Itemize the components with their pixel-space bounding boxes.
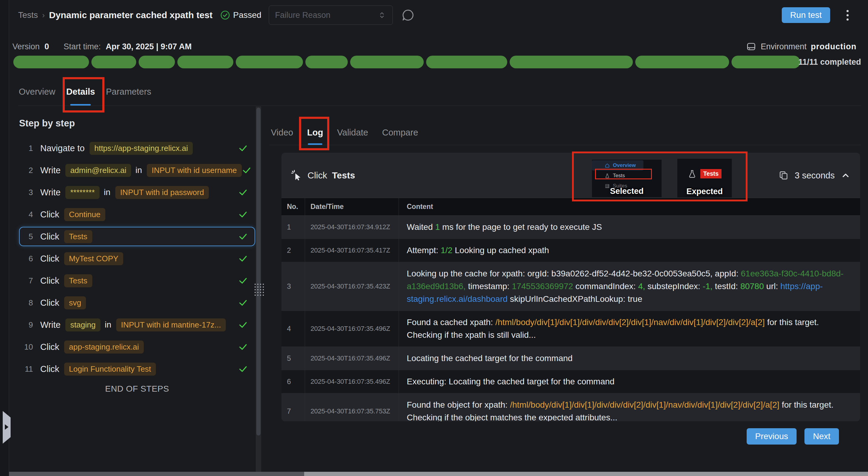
step-check-icon (242, 165, 251, 175)
comment-icon (401, 8, 415, 22)
failure-reason-select[interactable]: Failure Reason (269, 5, 393, 25)
start-time-value: Apr 30, 2025 | 9:07 AM (105, 42, 192, 52)
step-check-icon (238, 298, 248, 308)
step-target-chip: INPUT with id password (115, 186, 209, 199)
step-number: 2 (23, 166, 33, 175)
log-row-timestamp: 2025-04-30T16:07:35.496Z (305, 311, 399, 347)
log-row-6: 62025-04-30T16:07:35.496ZExecuting: Loca… (281, 370, 860, 394)
log-row-5: 52025-04-30T16:07:35.496ZLocating the ca… (281, 347, 860, 370)
log-row-text: Executing: Locating the cached target fo… (407, 375, 614, 388)
progress-segments (13, 56, 800, 68)
step-row-9[interactable]: 9WritestaginginINPUT with id mantine-17z… (19, 315, 255, 335)
step-connector: in (135, 165, 142, 175)
progress-segment-11 (732, 56, 800, 68)
step-check-icon (238, 320, 248, 330)
tab-validate[interactable]: Validate (337, 121, 369, 145)
annotation-box-log-tab (299, 117, 329, 150)
step-row-8[interactable]: 8Clicksvg (19, 293, 255, 312)
horizontal-scrollbar-thumb[interactable] (9, 472, 304, 476)
log-panel-tab-divider (269, 145, 861, 145)
log-row-content: Locating the cached target for the comma… (399, 347, 860, 370)
step-status (238, 298, 248, 308)
step-row-10[interactable]: 10Clickapp-staging.relicx.ai (19, 337, 255, 356)
page-title: Dynamic parameter cached xpath test (49, 10, 213, 20)
step-status (238, 210, 248, 219)
step-row-6[interactable]: 6ClickMyTest COPY (19, 249, 255, 268)
copy-log-button[interactable] (778, 170, 789, 180)
panel-resize-handle-icon[interactable] (254, 284, 264, 296)
log-table-body: 12025-04-30T16:07:34.912ZWaited 1 ms for… (281, 216, 860, 421)
log-row-number: 2 (281, 239, 305, 262)
step-check-icon (238, 364, 248, 374)
start-time-label: Start time: (64, 42, 101, 52)
step-check-icon (238, 232, 248, 241)
expand-sidebar-handle[interactable] (3, 411, 10, 444)
copy-icon (778, 170, 789, 180)
duration-cluster: 3 seconds (778, 153, 850, 198)
step-number: 1 (23, 144, 33, 153)
log-row-content: Attempt: 1/2 Looking up cached xpath (399, 239, 860, 262)
step-value-chip: admin@relicx.ai (65, 164, 131, 177)
log-row-number: 3 (281, 262, 305, 311)
log-row-timestamp: 2025-04-30T16:07:35.753Z (305, 394, 399, 421)
topbar-actions: Run test (782, 0, 850, 30)
step-row-7[interactable]: 7ClickTests (19, 271, 255, 290)
step-status (238, 342, 248, 352)
log-row-timestamp: 2025-04-30T16:07:35.423Z (305, 262, 399, 311)
progress-segment-4 (177, 56, 234, 68)
run-test-button[interactable]: Run test (782, 7, 830, 23)
tab-overview[interactable]: Overview (18, 78, 56, 106)
log-row-timestamp: 2025-04-30T16:07:35.496Z (305, 370, 399, 393)
tab-compare[interactable]: Compare (381, 121, 418, 145)
log-row-text: Attempt: 1/2 Looking up cached xpath (407, 244, 549, 257)
step-action: Click (40, 342, 59, 352)
step-number: 10 (23, 342, 33, 352)
step-value-chip: ******** (65, 186, 100, 199)
step-row-11[interactable]: 11ClickLogin Functionality Test (19, 359, 255, 379)
step-status (238, 254, 248, 263)
kebab-menu-icon[interactable] (845, 8, 850, 22)
log-row-3: 32025-04-30T16:07:35.423ZLooking up the … (281, 262, 860, 311)
end-of-steps-label: END OF STEPS (19, 384, 255, 394)
step-status (238, 232, 248, 241)
step-target-chip: INPUT with id username (147, 164, 242, 177)
progress-segment-5 (236, 56, 303, 68)
log-row-2: 22025-04-30T16:07:35.417ZAttempt: 1/2 Lo… (281, 239, 860, 262)
step-status (238, 276, 248, 285)
log-row-number: 5 (281, 347, 305, 370)
comment-button[interactable] (401, 8, 415, 22)
step-row-5[interactable]: 5ClickTests (19, 227, 255, 246)
step-check-icon (238, 276, 248, 285)
log-row-timestamp: 2025-04-30T16:07:35.496Z (305, 347, 399, 370)
progress-caption: 11/11 completed (798, 58, 861, 67)
step-connector: in (104, 188, 111, 197)
step-check-icon (238, 254, 248, 263)
steps-scrollbar-thumb[interactable] (256, 108, 260, 436)
horizontal-scrollbar[interactable] (9, 472, 868, 476)
previous-button[interactable]: Previous (747, 428, 797, 445)
step-action: Write (40, 165, 61, 175)
breadcrumb-tests[interactable]: Tests (18, 10, 38, 20)
step-check-icon (238, 210, 248, 219)
step-row-2[interactable]: 2Writeadmin@relicx.aiinINPUT with id use… (19, 161, 255, 180)
progress-segment-6 (305, 56, 348, 68)
step-row-1[interactable]: 1Navigate tohttps://app-staging.relicx.a… (19, 138, 255, 158)
step-target-chip: MyTest COPY (64, 252, 123, 265)
log-row-content: Looking up the cache for xpath: orgId: b… (399, 262, 860, 311)
log-row-text: Locating the cached target for the comma… (407, 352, 572, 365)
tab-video[interactable]: Video (270, 121, 294, 145)
step-number: 5 (23, 232, 33, 241)
tab-parameters[interactable]: Parameters (105, 78, 152, 106)
log-row-text: Looking up the cache for xpath: orgId: b… (407, 267, 852, 305)
step-status (242, 165, 251, 175)
next-button[interactable]: Next (804, 428, 839, 445)
progress-segment-1 (13, 56, 89, 68)
collapse-log-button[interactable] (841, 171, 850, 180)
step-row-3[interactable]: 3Write********inINPUT with id password (19, 183, 255, 202)
log-card-header: Click Tests OverviewTestsSuites Selected… (281, 153, 860, 198)
command-summary: Click Tests (290, 153, 355, 198)
right-triangle-icon (5, 424, 8, 430)
click-cursor-icon (290, 169, 303, 181)
step-target-chip: INPUT with id mantine-17z... (116, 318, 226, 332)
step-row-4[interactable]: 4ClickContinue (19, 205, 255, 224)
